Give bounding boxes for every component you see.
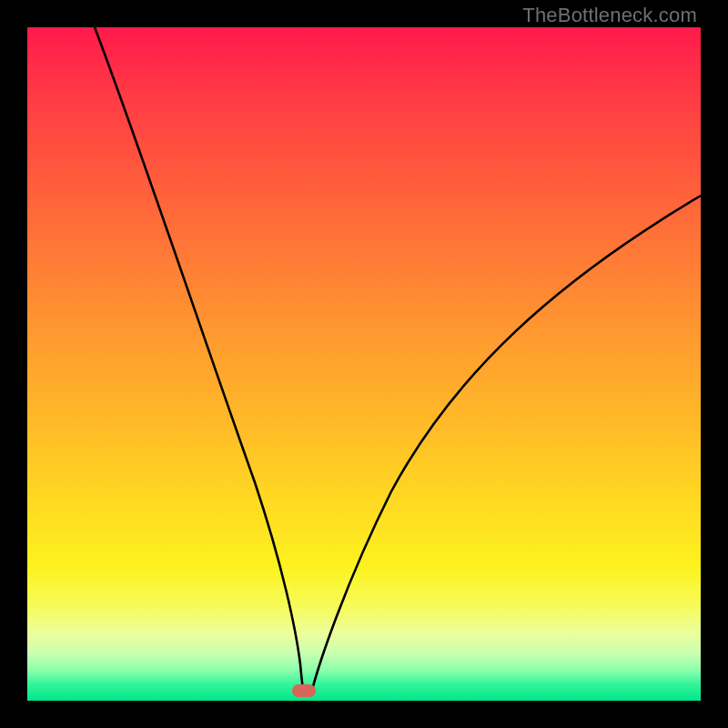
bottleneck-curve-left	[95, 27, 304, 693]
optimal-marker	[292, 684, 316, 697]
chart-frame: TheBottleneck.com	[0, 0, 728, 728]
plot-area	[27, 27, 701, 701]
curve-svg	[27, 27, 701, 701]
bottleneck-curve-right	[311, 196, 701, 693]
watermark-text: TheBottleneck.com	[522, 4, 697, 27]
